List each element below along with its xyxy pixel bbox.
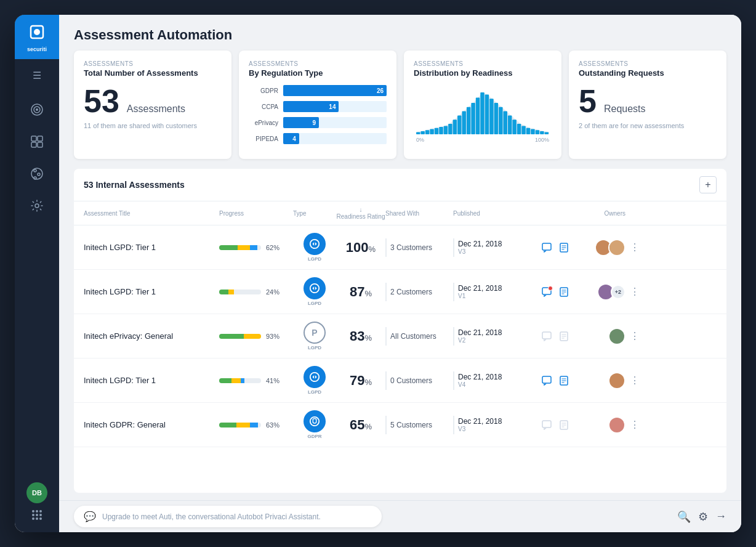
type-icon xyxy=(304,277,326,299)
chat-action-icon[interactable] xyxy=(539,418,554,432)
bar-label: PIPEDA xyxy=(249,136,278,142)
type-label: LGPD xyxy=(308,345,321,350)
doc-action-icon[interactable] xyxy=(557,418,571,432)
doc-action-icon[interactable] xyxy=(557,285,571,299)
outstanding-card-title: Outstanding Requests xyxy=(579,68,717,78)
svg-rect-48 xyxy=(540,131,544,134)
chat-action-wrapper xyxy=(539,329,554,344)
readiness-col: 100% xyxy=(336,240,385,256)
progress-segment xyxy=(228,290,234,294)
chat-action-icon[interactable] xyxy=(539,373,554,388)
bar-label: GDPR xyxy=(249,87,278,94)
svg-rect-56 xyxy=(542,332,551,339)
more-dots-icon: ⋮ xyxy=(630,330,640,342)
main-content: Assessment Automation Assessments Total … xyxy=(59,15,741,532)
dashboard-icon xyxy=(30,135,44,152)
pub-divider xyxy=(453,283,454,301)
more-dots-icon: ⋮ xyxy=(630,241,640,253)
svg-point-14 xyxy=(39,510,42,513)
pub-info: Dec 21, 2018 V4 xyxy=(458,373,502,388)
bar-chart-row: GDPR 26 xyxy=(249,85,387,96)
doc-action-icon[interactable] xyxy=(557,373,571,388)
progress-segment xyxy=(250,245,257,250)
distribution-card-title: Distribution by Readiness xyxy=(414,68,552,78)
svg-point-19 xyxy=(36,517,38,520)
progress-bar xyxy=(219,423,261,427)
shared-col: All Customers xyxy=(385,327,453,346)
assessment-title: Initech GDPR: General xyxy=(84,420,219,429)
bar-value: 14 xyxy=(329,103,336,110)
nav-button[interactable]: → xyxy=(715,510,726,524)
svg-rect-30 xyxy=(457,115,461,134)
hamburger-icon: ☰ xyxy=(33,70,41,81)
svg-rect-9 xyxy=(38,142,42,147)
pub-date: Dec 21, 2018 xyxy=(458,328,502,337)
progress-segment xyxy=(250,423,258,427)
assessment-title: Initech ePrivacy: General xyxy=(84,331,219,341)
svg-rect-40 xyxy=(504,111,507,134)
more-col[interactable]: ⋮ xyxy=(625,419,644,431)
svg-rect-39 xyxy=(499,107,502,134)
more-col[interactable]: ⋮ xyxy=(625,375,644,386)
more-col[interactable]: ⋮ xyxy=(625,241,644,253)
sidebar-item-dashboard[interactable] xyxy=(15,127,59,159)
svg-rect-34 xyxy=(476,98,480,135)
page-title: Assessment Automation xyxy=(74,27,726,43)
add-button[interactable]: + xyxy=(699,176,717,193)
progress-segment xyxy=(231,378,241,383)
doc-action-icon[interactable] xyxy=(557,240,571,255)
sidebar-item-settings[interactable] xyxy=(15,191,59,223)
type-label: LGPD xyxy=(308,389,321,395)
outstanding-section-label: Assessments xyxy=(579,60,717,67)
type-label: GDPR xyxy=(307,434,321,439)
shared-col: 3 Customers xyxy=(385,238,453,257)
progress-segment xyxy=(241,378,244,383)
type-icon xyxy=(304,410,326,432)
doc-action-icon[interactable] xyxy=(557,329,571,344)
shared-col: 5 Customers xyxy=(385,416,453,434)
more-col[interactable]: ⋮ xyxy=(625,330,644,342)
svg-rect-41 xyxy=(508,115,512,134)
user-avatar[interactable]: DB xyxy=(26,482,47,503)
dist-label-min: 0% xyxy=(416,137,424,143)
svg-point-12 xyxy=(32,510,34,513)
col-header-type: Type xyxy=(293,210,336,217)
shared-col: 2 Customers xyxy=(385,283,453,301)
pub-info: Dec 21, 2018 V3 xyxy=(458,417,502,432)
notification-dot xyxy=(548,286,553,291)
shared-col: 0 Customers xyxy=(385,371,453,390)
pub-date: Dec 21, 2018 xyxy=(458,284,502,293)
svg-point-58 xyxy=(310,373,319,381)
progress-container: 63% xyxy=(219,421,293,429)
filter-button[interactable]: ⚙ xyxy=(698,510,708,524)
grid-icon[interactable] xyxy=(30,508,44,525)
search-button[interactable]: 🔍 xyxy=(677,510,691,524)
bar-value: 4 xyxy=(292,136,296,142)
chat-bubble[interactable]: 💬 Upgrade to meet Auti, the conversation… xyxy=(74,506,382,527)
radar-icon xyxy=(30,103,44,120)
table-row: Initech LGPD: Tier 1 41% LGPD 79% 0 Cust… xyxy=(74,359,726,403)
chat-action-icon[interactable] xyxy=(539,329,554,344)
readiness-unit: % xyxy=(364,333,372,342)
actions-col xyxy=(539,285,576,299)
sidebar-item-radar[interactable] xyxy=(15,95,59,127)
readiness-col: 79% xyxy=(336,373,385,389)
sidebar-item-tools[interactable] xyxy=(15,159,59,191)
more-col[interactable]: ⋮ xyxy=(625,286,644,298)
svg-point-17 xyxy=(39,514,42,516)
bar-track: 4 xyxy=(283,133,387,144)
col-header-readiness: ↓ Readiness Rating xyxy=(336,206,385,220)
col-header-shared: Shared With xyxy=(385,210,453,217)
table-header-title: 53 Internal Assessments xyxy=(84,180,699,190)
readiness-value: 65 xyxy=(350,417,364,432)
menu-toggle[interactable]: ☰ xyxy=(15,62,59,89)
pub-divider xyxy=(453,327,454,346)
svg-point-18 xyxy=(32,517,34,520)
table-row: Initech GDPR: General 63% GDPR 65% 5 Cus… xyxy=(74,403,726,447)
chat-action-icon[interactable] xyxy=(539,240,554,255)
progress-pct: 93% xyxy=(266,333,279,340)
bar-fill: 9 xyxy=(283,117,319,128)
svg-rect-44 xyxy=(521,126,525,134)
table-body: Initech LGPD: Tier 1 62% LGPD 100% 3 Cus… xyxy=(74,225,726,493)
shared-text: 5 Customers xyxy=(390,421,432,429)
